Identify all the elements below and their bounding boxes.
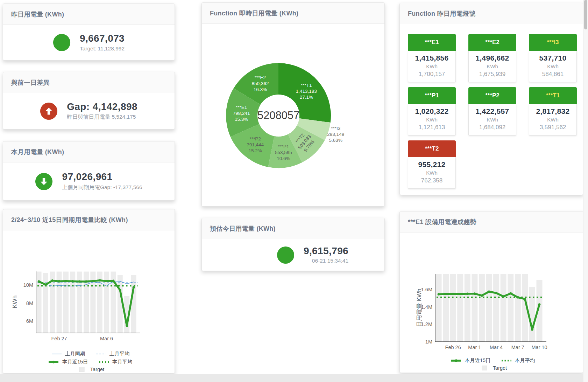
legend-item[interactable]: 上月同期 [51,350,85,357]
legend-label: 上月同期 [65,350,85,357]
stat-subtitle: 上個月同期用電Gap: -17,377,566 [62,184,142,191]
x-tick-label: Mar 4 [490,345,503,350]
tile-target: 1,700,157 [409,71,455,78]
y-tick-label: 6M [26,318,33,324]
legend-item[interactable]: 本月平均 [99,359,133,365]
tile-unit: KWh [530,117,576,123]
x-tick-label: Feb 27 [51,336,67,341]
light-tiles-grid: ***E11,415,856KWh1,700,157***E21,496,662… [400,24,583,189]
compare-chart-plot: 6M8M10MFeb 27Mar 6KWh [6,269,171,348]
legend-item[interactable]: 上月平均 [96,350,130,357]
tile-header: ***P2 [468,87,516,104]
tile-header: ***E1 [408,34,456,51]
stat-body: 9,667,073 Target: 11,128,992 [3,25,175,60]
target-bar [479,274,485,342]
light-tile-t2: ***T2955,212KWh762,358 [408,140,456,189]
stat-subtitle: Target: 11,128,992 [80,46,125,52]
panel-e1-trend: ***E1 設備用電達成趨勢 1M1.2M1.4M1.6MFeb 26Mar 1… [399,211,583,373]
tile-target: 1,121,613 [409,124,455,131]
target-bar [450,274,456,342]
tile-body: 955,212KWh762,358 [408,157,456,189]
y-axis-title: 日用電量 KWh [416,289,423,327]
tile-target: 1,684,092 [469,124,515,131]
legend-item[interactable]: Target [77,367,104,372]
legend-marker-icon [77,367,87,372]
tile-body: 537,710KWh584,861 [529,51,577,82]
y-axis-title: KWh [12,296,18,308]
panel-title: 2/24~3/10 近15日同期用電量比較 (KWh) [11,216,128,224]
target-bar [493,274,499,342]
panel-header: 本月用電量 (KWh) [3,141,175,162]
tile-body: 1,496,662KWh1,675,939 [468,51,516,82]
legend-item[interactable]: 本月平均 [501,357,535,364]
panel-header: 昨日用電量 (KWh) [3,4,175,25]
y-tick-label: 10M [23,282,33,288]
legend-label: Target [493,365,507,371]
x-tick-label: Mar 10 [531,345,547,350]
stat-body: Gap: 4,142,898 昨日與前日用電量 5,524,175 [3,93,175,129]
panel-day-gap: 與前一日差異 Gap: 4,142,898 昨日與前日用電量 5,524,175 [3,72,175,130]
tile-value: 1,422,557 [469,107,515,116]
legend-label: Target [90,367,104,372]
panel-header: ***E1 設備用電達成趨勢 [400,211,583,232]
panel-title: 與前一日差異 [11,78,50,87]
y-tick-label: 1.6M [421,287,432,292]
legend-label: 本月平均 [515,357,535,364]
scrollbar-thumb[interactable] [584,0,587,29]
stat-value: 9,667,073 [80,33,125,44]
tile-unit: KWh [469,63,515,69]
tile-unit: KWh [409,117,455,123]
donut-center-total: 5208057 [257,109,300,121]
stat-value: 97,026,961 [62,172,142,182]
panel-estimate-today: 預估今日用電量 (KWh) 9,615,796 06-21 15:34:41 [201,218,385,271]
x-tick-label: Mar 7 [511,345,524,350]
y-tick-label: 1.4M [421,304,432,310]
tile-unit: KWh [409,63,455,69]
tile-body: 1,415,856KWh1,700,157 [408,51,456,82]
donut-chart: ***T11,413,18327.1%***I3293,1495.63%***T… [202,24,384,206]
arrow-up-icon [40,103,57,120]
tile-value: 537,710 [530,54,576,62]
light-tile-p1: ***P11,020,322KWh1,121,613 [408,87,456,136]
legend-label: 本月近15日 [465,357,490,364]
stat-body: 9,615,796 06-21 15:34:41 [221,239,404,271]
panel-header: Function 昨日用電燈號 [400,3,583,24]
tile-unit: KWh [530,63,576,69]
page-footer-strip [0,374,588,382]
vertical-scrollbar[interactable] [583,0,588,382]
stat-text: 9,615,796 06-21 15:34:41 [304,246,348,264]
panel-title: Function 昨日用電燈號 [408,9,475,18]
legend-item[interactable]: 本月近15日 [451,357,490,364]
panel-yesterday-lights: Function 昨日用電燈號 ***E11,415,856KWh1,700,1… [399,3,583,195]
tile-value: 1,415,856 [409,54,455,62]
e1-trend-chart: 1M1.2M1.4M1.6MFeb 26Mar 1Mar 4Mar 7Mar 1… [400,232,583,371]
x-tick-label: Feb 26 [445,345,461,350]
tile-header: ***T2 [408,140,456,157]
target-bar [436,274,442,342]
light-tile-p2: ***P21,422,557KWh1,684,092 [468,87,516,136]
stat-value: 9,615,796 [304,246,348,257]
panel-title: 昨日用電量 (KWh) [11,10,64,19]
panel-header: 與前一日差異 [3,72,175,93]
panel-header: 2/24~3/10 近15日同期用電量比較 (KWh) [3,209,175,230]
light-tile-e2: ***E21,496,662KWh1,675,939 [468,34,516,82]
panel-header: Function 即時日用電量 (KWh) [202,3,384,24]
tile-value: 1,020,322 [409,107,455,116]
tile-target: 3,591,562 [530,124,576,131]
legend-label: 上月平均 [109,350,130,357]
tile-value: 955,212 [409,160,455,169]
light-tile-e1: ***E11,415,856KWh1,700,157 [408,34,456,82]
legend-item[interactable]: Target [479,365,507,371]
panel-title: Function 即時日用電量 (KWh) [210,9,298,18]
compare-chart-legend: 上月同期上月平均本月近15日本月平均Target [6,350,175,372]
target-bar [508,274,513,342]
status-circle-icon [53,34,70,51]
arrow-down-icon [35,173,52,190]
tile-header: ***I3 [529,34,577,51]
legend-item[interactable]: 本月近15日 [48,359,88,365]
light-tile-i3: ***I3537,710KWh584,861 [529,34,577,82]
tile-body: 1,020,322KWh1,121,613 [408,104,456,136]
stat-subtitle: 昨日與前日用電量 5,524,175 [67,113,137,121]
tile-header: ***E2 [468,34,516,51]
panel-compare-15days: 2/24~3/10 近15日同期用電量比較 (KWh) 6M8M10MFeb 2… [3,209,175,374]
